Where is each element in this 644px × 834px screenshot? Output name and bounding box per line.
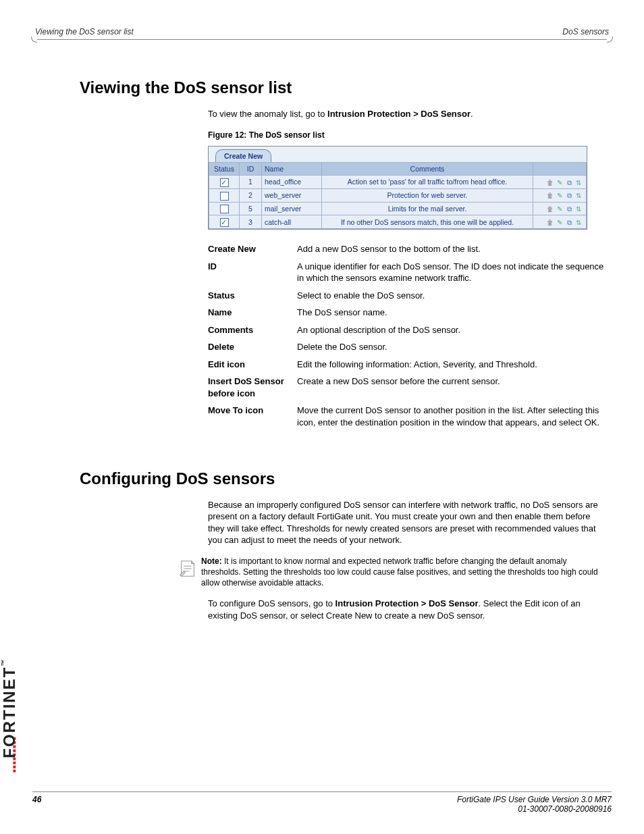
- move-to-icon[interactable]: [574, 205, 583, 213]
- status-checkbox[interactable]: [220, 192, 229, 201]
- col-comments: Comments: [322, 162, 533, 175]
- table-row: 2web_serverProtection for web server.: [209, 188, 587, 202]
- col-actions: [533, 162, 587, 175]
- move-to-icon[interactable]: [574, 179, 583, 187]
- config-para2: To configure DoS sensors, go to Intrusio…: [208, 598, 605, 621]
- page-number: 46: [32, 795, 41, 814]
- definition-term: Comments: [208, 324, 297, 336]
- edit-icon[interactable]: [556, 205, 564, 213]
- status-checkbox[interactable]: [220, 178, 229, 187]
- heading-viewing: Viewing the DoS sensor list: [80, 78, 612, 97]
- cell-comments: Limits for the mail server.: [322, 202, 533, 215]
- definition-desc: A unique identifier for each DoS sensor.…: [297, 261, 605, 284]
- move-to-icon[interactable]: [574, 192, 583, 200]
- definition-term: Move To icon: [208, 405, 297, 428]
- col-status: Status: [209, 162, 240, 175]
- insert-before-icon[interactable]: [565, 192, 573, 200]
- status-checkbox[interactable]: [220, 205, 229, 213]
- definition-desc: Move the current DoS sensor to another p…: [297, 405, 605, 428]
- cell-comments: If no other DoS sensors match, this one …: [322, 215, 533, 229]
- insert-before-icon[interactable]: [565, 205, 573, 213]
- definition-row: DeleteDelete the DoS sensor.: [208, 341, 605, 353]
- cell-name: head_office: [262, 176, 322, 189]
- definition-desc: The DoS sensor name.: [297, 307, 605, 319]
- definition-term: ID: [208, 261, 297, 284]
- definition-term: Edit icon: [208, 359, 297, 371]
- col-id: ID: [240, 162, 262, 175]
- cell-id: 1: [240, 176, 262, 189]
- definition-row: NameThe DoS sensor name.: [208, 307, 605, 319]
- delete-icon[interactable]: [546, 219, 554, 227]
- move-to-icon[interactable]: [574, 219, 583, 227]
- sensor-list-screenshot: Create New Status ID Name Comments 1head…: [208, 146, 587, 230]
- definition-desc: Add a new DoS sensor to the bottom of th…: [297, 243, 605, 255]
- cell-name: web_server: [262, 188, 322, 202]
- definition-desc: Create a new DoS sensor before the curre…: [297, 375, 605, 399]
- definition-desc: An optional description of the DoS senso…: [297, 324, 605, 336]
- cell-name: catch-all: [262, 215, 322, 229]
- note-icon: [174, 556, 201, 581]
- table-row: 3catch-allIf no other DoS sensors match,…: [209, 215, 587, 229]
- table-row: 1head_officeAction set to 'pass' for all…: [209, 176, 587, 189]
- delete-icon[interactable]: [546, 205, 554, 213]
- config-para1: Because an improperly configured DoS sen…: [208, 499, 605, 546]
- intro-paragraph: To view the anomaly list, go to Intrusio…: [208, 108, 605, 120]
- cell-id: 3: [240, 215, 262, 229]
- table-row: 5mail_serverLimits for the mail server.: [209, 202, 587, 215]
- insert-before-icon[interactable]: [565, 219, 573, 227]
- figure-caption: Figure 12: The DoS sensor list: [208, 130, 605, 140]
- edit-icon[interactable]: [556, 179, 564, 187]
- definition-term: Name: [208, 307, 297, 319]
- status-checkbox[interactable]: [220, 218, 229, 227]
- cell-comments: Action set to 'pass' for all traffic to/…: [322, 176, 533, 189]
- delete-icon[interactable]: [546, 192, 554, 200]
- definition-term: Create New: [208, 243, 297, 255]
- col-name: Name: [262, 162, 322, 175]
- definition-row: Move To iconMove the current DoS sensor …: [208, 405, 605, 428]
- definition-row: Create NewAdd a new DoS sensor to the bo…: [208, 243, 605, 255]
- edit-icon[interactable]: [556, 219, 564, 227]
- insert-before-icon[interactable]: [565, 179, 573, 187]
- cell-id: 5: [240, 202, 262, 215]
- heading-configuring: Configuring DoS sensors: [80, 469, 612, 488]
- definition-term: Insert DoS Sensor before icon: [208, 375, 297, 399]
- cell-comments: Protection for web server.: [322, 188, 533, 202]
- cell-name: mail_server: [262, 202, 322, 215]
- definition-desc: Delete the DoS sensor.: [297, 341, 605, 353]
- definition-term: Delete: [208, 341, 297, 353]
- note-text: Note: It is important to know normal and…: [201, 556, 612, 589]
- definition-row: Insert DoS Sensor before iconCreate a ne…: [208, 375, 605, 399]
- create-new-button[interactable]: Create New: [215, 149, 271, 162]
- running-head-left: Viewing the DoS sensor list: [35, 27, 134, 36]
- fortinet-logo: FORTINET™: [0, 658, 20, 773]
- definition-desc: Edit the following information: Action, …: [297, 359, 605, 371]
- edit-icon[interactable]: [556, 192, 564, 200]
- definition-row: IDA unique identifier for each DoS senso…: [208, 261, 605, 284]
- definition-row: CommentsAn optional description of the D…: [208, 324, 605, 336]
- definition-desc: Select to enable the DoS sensor.: [297, 290, 605, 302]
- running-head-right: DoS sensors: [562, 27, 609, 36]
- definition-row: StatusSelect to enable the DoS sensor.: [208, 290, 605, 302]
- delete-icon[interactable]: [546, 179, 554, 187]
- cell-id: 2: [240, 188, 262, 202]
- definition-row: Edit iconEdit the following information:…: [208, 359, 605, 371]
- footer-text: FortiGate IPS User Guide Version 3.0 MR7…: [457, 795, 612, 814]
- definition-term: Status: [208, 290, 297, 302]
